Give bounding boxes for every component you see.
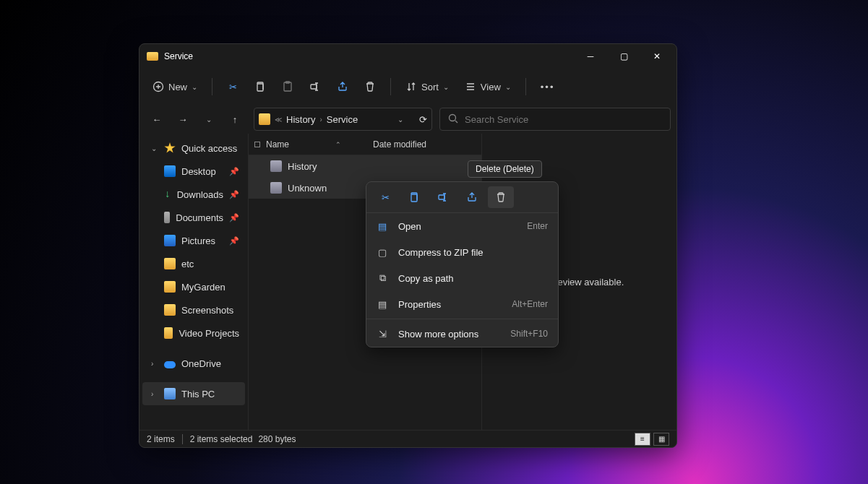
recent-button[interactable]: ⌄ [197, 108, 220, 131]
sidebar-label: etc [181, 259, 194, 269]
ctx-compress-zip[interactable]: ▢ Compress to ZIP file [366, 239, 558, 265]
copy-button[interactable] [249, 74, 272, 100]
file-row-history[interactable]: History [249, 155, 481, 177]
search-icon [447, 113, 459, 126]
folder-icon [147, 52, 158, 61]
sidebar-item-video-projects[interactable]: Video Projects [142, 321, 245, 345]
folder-icon [259, 113, 270, 125]
chevron-down-icon: ⌄ [151, 144, 158, 152]
ctx-copy-button[interactable] [401, 186, 427, 208]
sidebar-item-desktop[interactable]: Desktop 📌 [142, 160, 245, 183]
forward-button[interactable]: → [171, 108, 194, 131]
sort-icon [405, 81, 417, 92]
download-icon: ↓ [164, 189, 171, 200]
pin-icon: 📌 [229, 190, 239, 199]
sidebar-item-this-pc[interactable]: › This PC [142, 382, 245, 405]
rename-button[interactable] [304, 74, 327, 100]
sidebar-label: This PC [181, 389, 215, 399]
sort-button[interactable]: Sort ⌄ [400, 74, 455, 100]
ctx-properties[interactable]: ▤ Properties Alt+Enter [366, 291, 558, 317]
titlebar: Service ─ ▢ ✕ [139, 44, 676, 69]
sidebar-label: MyGarden [181, 282, 225, 293]
sidebar-label: Screenshots [181, 305, 233, 316]
toolbar: New ⌄ ✂ Sort ⌄ View ⌄ ••• [139, 69, 676, 105]
folder-icon [164, 258, 176, 269]
file-name: History [288, 161, 317, 172]
sidebar: ⌄ Quick access Desktop 📌 ↓ Downloads 📌 D… [139, 134, 248, 430]
ctx-copy-path[interactable]: ⧉ Copy as path [366, 265, 558, 291]
folder-icon [164, 327, 173, 339]
document-icon [164, 212, 170, 223]
search-box[interactable] [439, 108, 671, 131]
maximize-button[interactable]: ▢ [607, 45, 640, 68]
sidebar-label: Pictures [181, 235, 215, 246]
sidebar-item-etc[interactable]: etc [142, 252, 245, 275]
close-button[interactable]: ✕ [640, 45, 674, 68]
more-options-icon: ⇲ [377, 329, 388, 340]
sidebar-item-downloads[interactable]: ↓ Downloads 📌 [142, 183, 245, 206]
share-button[interactable] [331, 74, 354, 100]
trash-icon [364, 81, 376, 92]
status-count: 2 items [147, 434, 175, 444]
sidebar-item-screenshots[interactable]: Screenshots [142, 298, 245, 321]
pictures-icon [164, 235, 176, 246]
status-bar: 2 items 2 items selected 280 bytes ≡ ▦ [139, 430, 676, 447]
ctx-open[interactable]: ▤ Open Enter [366, 213, 558, 239]
details-view-button[interactable]: ≡ [635, 433, 650, 446]
sidebar-item-onedrive[interactable]: › OneDrive [142, 352, 245, 375]
cut-button[interactable]: ✂ [221, 74, 244, 100]
sidebar-item-pictures[interactable]: Pictures 📌 [142, 229, 245, 252]
sidebar-item-quick-access[interactable]: ⌄ Quick access [142, 137, 245, 160]
window-title: Service [164, 51, 193, 61]
sidebar-item-mygarden[interactable]: MyGarden [142, 275, 245, 298]
ctx-show-more-options[interactable]: ⇲ Show more options Shift+F10 [366, 321, 558, 347]
status-selected: 2 items selected [190, 434, 253, 444]
sort-indicator-icon: ⌃ [335, 141, 341, 148]
minimize-button[interactable]: ─ [574, 45, 607, 68]
chevron-down-icon: ⌄ [505, 83, 511, 91]
chevron-down-icon: ⌄ [192, 83, 197, 91]
more-button[interactable]: ••• [535, 74, 561, 100]
address-bar[interactable]: ≪ History › Service ⌄ ⟳ [254, 108, 432, 131]
delete-button[interactable] [358, 74, 382, 100]
pin-icon: 📌 [229, 167, 239, 176]
chevron-right-icon: › [319, 116, 322, 124]
zip-icon: ▢ [377, 247, 388, 258]
column-headers: Name ⌃ Date modified [249, 134, 481, 155]
sidebar-label: Quick access [181, 143, 237, 154]
chevron-right-icon: › [151, 360, 158, 368]
up-button[interactable]: ↑ [223, 108, 246, 131]
ctx-cut-button[interactable]: ✂ [372, 186, 398, 208]
ctx-rename-button[interactable] [430, 186, 456, 208]
sidebar-label: Desktop [181, 166, 216, 177]
back-button[interactable]: ← [145, 108, 168, 131]
cut-icon: ✂ [227, 81, 239, 92]
thumbnails-view-button[interactable]: ▦ [653, 433, 669, 446]
breadcrumb-1[interactable]: History [286, 114, 315, 125]
tooltip-delete: Delete (Delete) [468, 160, 542, 178]
breadcrumb-2[interactable]: Service [327, 114, 358, 125]
search-input[interactable] [465, 114, 663, 125]
sidebar-item-documents[interactable]: Documents 📌 [142, 206, 245, 229]
new-button[interactable]: New ⌄ [147, 74, 203, 100]
sidebar-label: Documents [176, 212, 223, 223]
ctx-delete-button[interactable] [488, 186, 514, 208]
pc-icon [164, 388, 176, 399]
column-name[interactable]: Name ⌃ [266, 139, 373, 150]
paste-icon [282, 81, 293, 92]
chevron-right-icon: › [151, 390, 158, 398]
refresh-button[interactable]: ⟳ [419, 114, 427, 125]
pin-icon: 📌 [229, 236, 239, 246]
context-menu: ✂ ▤ Open Enter ▢ Compress to ZIP file ⧉ … [366, 181, 559, 347]
paste-button[interactable] [276, 74, 299, 100]
ellipsis-icon: ••• [541, 82, 555, 92]
copy-icon [254, 81, 266, 92]
svg-point-5 [450, 114, 456, 121]
checkbox-column[interactable] [249, 142, 266, 147]
column-date[interactable]: Date modified [373, 139, 481, 150]
svg-rect-1 [257, 84, 263, 91]
view-button[interactable]: View ⌄ [459, 74, 517, 100]
chevron-down-icon[interactable]: ⌄ [398, 116, 403, 124]
pin-icon: 📌 [229, 213, 239, 222]
ctx-share-button[interactable] [459, 186, 485, 208]
